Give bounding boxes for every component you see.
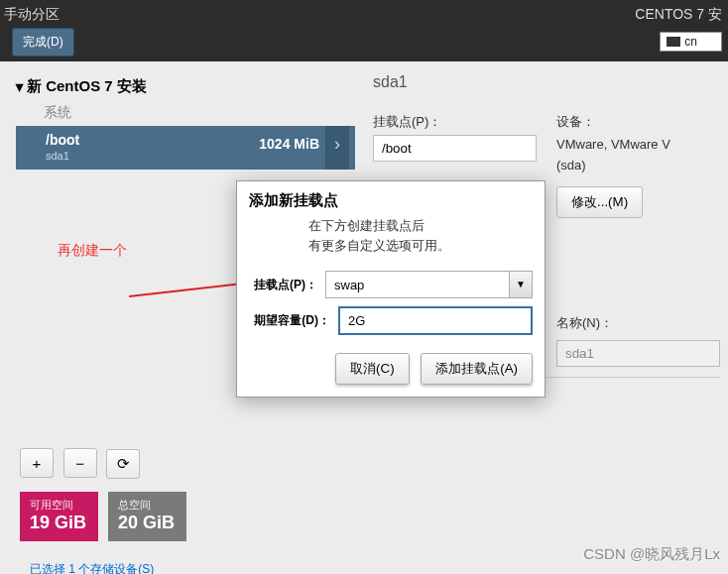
system-label: 系统: [16, 100, 355, 126]
available-space: 可用空间 19 GiB: [20, 492, 98, 541]
dialog-mount-combo[interactable]: ▼: [325, 271, 533, 298]
cancel-button[interactable]: 取消(C): [335, 353, 410, 385]
device-text: VMware, VMware V: [556, 137, 720, 152]
partition-buttons: + − ⟳: [20, 448, 146, 479]
dialog-mount-input[interactable]: [325, 271, 509, 298]
remove-button[interactable]: −: [63, 448, 97, 478]
selected-devices-link[interactable]: 已选择 1 个存储设备(S): [30, 561, 154, 574]
done-button[interactable]: 完成(D): [12, 28, 74, 57]
chevron-right-icon: ›: [325, 126, 349, 170]
mount-label: 挂载点(P)：: [373, 113, 537, 131]
total-space: 总空间 20 GiB: [108, 492, 186, 541]
chevron-down-icon: ▶: [15, 84, 26, 92]
add-button[interactable]: +: [20, 448, 54, 478]
chevron-down-icon[interactable]: ▼: [509, 271, 533, 298]
name-input: [556, 340, 720, 367]
distro-title: CENTOS 7 安: [635, 6, 722, 24]
dialog-title: 添加新挂载点: [237, 181, 545, 216]
page-title: 手动分区: [4, 6, 60, 24]
add-mountpoint-button[interactable]: 添加挂载点(A): [421, 353, 533, 385]
dialog-capacity-label: 期望容量(D)：: [249, 312, 330, 329]
partition-size: 1024 MiB: [259, 136, 319, 152]
device-label: 设备：: [556, 113, 720, 131]
partition-row[interactable]: /boot sda1 1024 MiB ›: [16, 126, 355, 170]
keyboard-indicator[interactable]: cn: [660, 32, 722, 52]
dialog-subtitle: 在下方创建挂载点后有更多自定义选项可用。: [237, 216, 545, 267]
modify-button[interactable]: 修改...(M): [556, 186, 643, 218]
mount-input[interactable]: [373, 135, 537, 162]
device-sub: (sda): [556, 158, 720, 172]
space-summary: 可用空间 19 GiB 总空间 20 GiB: [20, 492, 186, 541]
watermark: CSDN @晓风残月Lx: [583, 545, 720, 564]
name-label: 名称(N)：: [556, 314, 720, 332]
reload-button[interactable]: ⟳: [106, 449, 140, 479]
annotation-text: 再创建一个: [58, 242, 127, 260]
dialog-mount-label: 挂载点(P)：: [249, 277, 317, 293]
keyboard-icon: [667, 37, 680, 47]
install-header[interactable]: ▶新 CentOS 7 安装: [16, 73, 355, 100]
detail-heading: sda1: [373, 73, 720, 91]
top-bar: 手动分区 CENTOS 7 安 完成(D) cn: [0, 0, 728, 61]
add-mountpoint-dialog: 添加新挂载点 在下方创建挂载点后有更多自定义选项可用。 挂载点(P)： ▼ 期望…: [236, 180, 546, 398]
dialog-capacity-input[interactable]: [338, 306, 533, 335]
